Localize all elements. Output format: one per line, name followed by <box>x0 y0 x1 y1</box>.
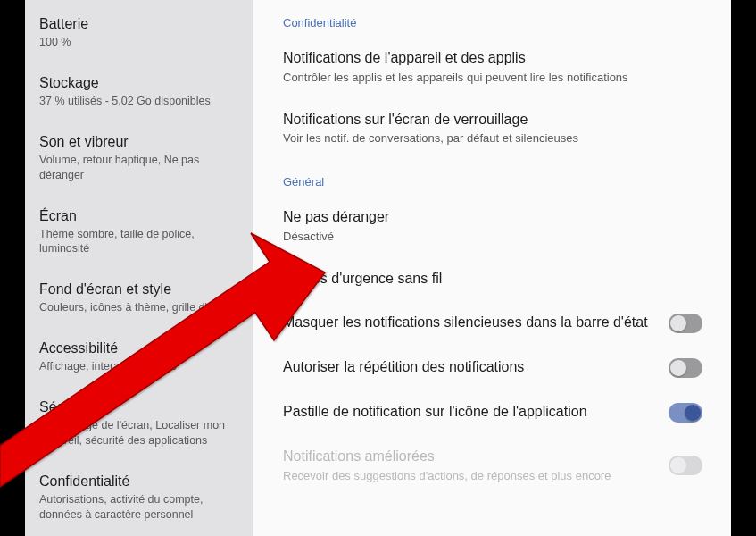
row-device-app-notifications[interactable]: Notifications de l'appareil et des appli… <box>283 37 702 98</box>
sidebar-item-subtitle: 37 % utilisés - 5,02 Go disponibles <box>39 94 238 109</box>
row-title: Notifications améliorées <box>283 448 654 466</box>
section-header-general: Général <box>283 159 702 196</box>
sidebar-item-subtitle: Affichage, interaction, audio <box>39 359 238 374</box>
sidebar-item-sound[interactable]: Son et vibreur Volume, retour haptique, … <box>25 121 253 196</box>
sidebar-item-display[interactable]: Écran Thème sombre, taille de police, lu… <box>25 196 253 270</box>
section-header-privacy: Confidentialité <box>283 0 702 37</box>
toggle-hide-silent[interactable] <box>669 314 702 333</box>
row-enhanced-notifications: Notifications améliorées Recevoir des su… <box>283 435 702 497</box>
sidebar-item-subtitle: Volume, retour haptique, Ne pas déranger <box>39 153 238 183</box>
row-title: Masquer les notifications silencieuses d… <box>283 314 654 332</box>
toggle-notification-badge[interactable] <box>669 403 702 423</box>
screen: Batterie 100 % Stockage 37 % utilisés - … <box>25 0 731 536</box>
row-title: Alertes d'urgence sans fil <box>283 270 688 289</box>
sidebar-item-title: Écran <box>39 208 238 224</box>
device-frame: Batterie 100 % Stockage 37 % utilisés - … <box>0 0 756 536</box>
settings-sidebar: Batterie 100 % Stockage 37 % utilisés - … <box>25 0 253 536</box>
sidebar-item-title: Fond d'écran et style <box>39 281 238 297</box>
sidebar-item-wallpaper[interactable]: Fond d'écran et style Couleurs, icônes à… <box>25 269 253 328</box>
row-subtitle: Voir les notif. de conversations, par dé… <box>283 131 688 147</box>
row-title: Notifications sur l'écran de verrouillag… <box>283 111 688 130</box>
row-do-not-disturb[interactable]: Ne pas déranger Désactivé <box>283 196 702 257</box>
row-lockscreen-notifications[interactable]: Notifications sur l'écran de verrouillag… <box>283 98 702 160</box>
row-hide-silent-notifications[interactable]: Masquer les notifications silencieuses d… <box>283 301 702 346</box>
toggle-allow-repeat[interactable] <box>669 358 702 378</box>
sidebar-item-battery[interactable]: Batterie 100 % <box>25 4 253 63</box>
sidebar-item-subtitle: Verrouillage de l'écran, Localiser mon a… <box>39 418 238 448</box>
row-wireless-emergency-alerts[interactable]: Alertes d'urgence sans fil <box>283 257 702 301</box>
toggle-enhanced-notifications <box>669 456 702 475</box>
row-notification-badge[interactable]: Pastille de notification sur l'icône de … <box>283 390 702 435</box>
sidebar-item-subtitle: 100 % <box>39 35 238 50</box>
row-subtitle: Contrôler les applis et les appareils qu… <box>283 71 688 86</box>
row-title: Pastille de notification sur l'icône de … <box>283 403 654 422</box>
row-subtitle: Désactivé <box>283 230 688 245</box>
sidebar-item-accessibility[interactable]: Accessibilité Affichage, interaction, au… <box>25 328 253 387</box>
sidebar-item-security[interactable]: Sécurité Verrouillage de l'écran, Locali… <box>25 387 253 461</box>
sidebar-item-title: Batterie <box>39 16 238 32</box>
sidebar-item-title: Confidentialité <box>39 473 238 490</box>
row-title: Notifications de l'appareil et des appli… <box>283 49 688 68</box>
sidebar-item-title: Son et vibreur <box>39 134 238 150</box>
sidebar-item-storage[interactable]: Stockage 37 % utilisés - 5,02 Go disponi… <box>25 63 253 121</box>
sidebar-item-title: Accessibilité <box>39 340 238 356</box>
row-title: Ne pas déranger <box>283 208 688 227</box>
sidebar-item-subtitle: Thème sombre, taille de police, luminosi… <box>39 227 238 257</box>
sidebar-item-subtitle: Couleurs, icônes à thème, grille d'appli… <box>39 300 238 315</box>
row-allow-repeat-notifications[interactable]: Autoriser la répétition des notification… <box>283 346 702 390</box>
sidebar-item-title: Sécurité <box>39 399 238 415</box>
row-subtitle: Recevoir des suggestions d'actions, de r… <box>283 469 654 484</box>
row-title: Autoriser la répétition des notification… <box>283 358 654 377</box>
sidebar-item-title: Stockage <box>39 75 238 91</box>
sidebar-item-subtitle: Autorisations, activité du compte, donné… <box>39 492 238 523</box>
sidebar-item-privacy[interactable]: Confidentialité Autorisations, activité … <box>25 461 253 535</box>
main-panel: Confidentialité Notifications de l'appar… <box>253 0 731 536</box>
